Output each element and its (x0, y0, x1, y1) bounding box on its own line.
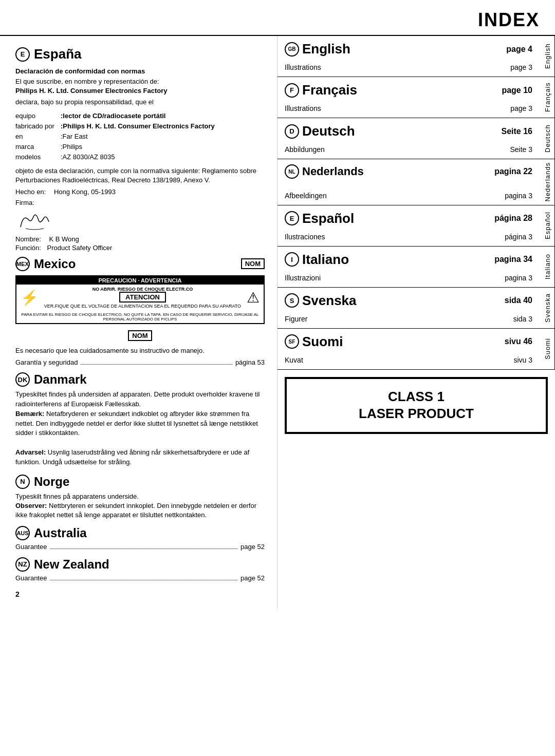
lang-illus: Illustrations (285, 63, 321, 71)
garantia-page: página 53 (235, 358, 265, 366)
nom-center: NOM (128, 330, 152, 341)
page-header: INDEX (0, 0, 555, 36)
lang-illus: Abbildungen (285, 145, 325, 154)
fab-value: :Philips H. K. Ltd. Consumer Electronics… (61, 122, 265, 131)
espana-para1: El que suscribe, en nombre y representac… (15, 77, 265, 96)
dots (81, 364, 232, 365)
australia-badge: AUS (15, 526, 30, 540)
danmark-section: DK Danmark Typeskiltet findes på undersi… (15, 372, 265, 467)
fab-label: fabricado por (15, 122, 57, 131)
lang-name: GB English (285, 41, 350, 57)
espana-title: E España (15, 46, 82, 62)
warning-bottom: PARA EVITAR EL RIESGO DE CHOQUE ELECTRIC… (16, 311, 264, 323)
lang-entry-bottom: Figurer sida 3 (285, 315, 532, 323)
lang-title: Deutsch (302, 123, 355, 139)
lang-entry-content: I Italiano pagina 34 Illustrazioni pagin… (278, 247, 541, 287)
hecho-en: Hecho en: Hong Kong, 05-1993 (15, 188, 265, 196)
lang-badge: S (285, 293, 299, 308)
lang-entry-bottom: Illustrations page 3 (285, 104, 532, 112)
page-number: 2 (15, 590, 265, 598)
lang-illus: Illustrazioni (285, 274, 321, 282)
lang-entry-top: I Italiano pagina 34 (285, 252, 532, 268)
mexico-body: Es necesario que lea cuidadosamente su i… (15, 346, 265, 355)
equipo-value: :lector de CD/radiocasete portátil (61, 111, 265, 121)
nz-guarantee: Guarantee page 52 (15, 574, 265, 583)
warning-header: PRECAUCION · ADVERTENCIA (16, 276, 264, 285)
lang-page: page 10 (502, 86, 532, 95)
lang-entry-english: GB English page 4 Illustrations page 3 E… (278, 36, 555, 77)
lang-title: Svenska (302, 293, 357, 309)
lang-entry-bottom: Illustrations page 3 (285, 63, 532, 71)
atencion-label: ATENCION (119, 292, 166, 303)
lang-entry-content: S Svenska sida 40 Figurer sida 3 (278, 288, 541, 328)
norge-title: N Norge (15, 475, 69, 489)
lang-illus-page: pagina 3 (505, 274, 532, 282)
lang-name: E Español (285, 211, 354, 226)
lang-entry-bottom: Ilustraciones página 3 (285, 233, 532, 241)
lang-sidebar: Français (541, 77, 555, 118)
garantia-label: Garantía y seguridad (15, 358, 78, 366)
warning-line2: VER.FIQUE QUE EL VOLTAGE DE ALIMENTACION… (43, 304, 243, 309)
warning-text-area: NO ABRIR. RIESGO DE CHOQUE ELECTR.CO ATE… (43, 287, 243, 309)
espana-info-table: equipo :lector de CD/radiocasete portáti… (15, 111, 265, 162)
espana-name: España (34, 46, 82, 62)
norge-section: N Norge Typeskilt finnes på apparatens u… (15, 475, 265, 520)
lang-badge: E (285, 211, 299, 225)
lang-entry-bottom: Kuvat sivu 3 (285, 356, 532, 364)
nombre-line: Nombre: K B Wong (15, 235, 265, 243)
lang-illus: Ilustraciones (285, 233, 325, 241)
lang-badge: SF (285, 334, 299, 349)
australia-title: AUS Australia (15, 526, 87, 540)
lang-illus-page: página 3 (505, 233, 532, 241)
lang-badge: NL (285, 164, 299, 179)
lang-entry-svenska: S Svenska sida 40 Figurer sida 3 Svenska (278, 288, 555, 329)
norge-badge: N (15, 475, 30, 489)
garantia-line: Garantía y seguridad página 53 (15, 358, 265, 366)
lang-entry-top: F Français page 10 (285, 82, 532, 98)
lang-entry-content: D Deutsch Seite 16 Abbildungen Seite 3 (278, 118, 541, 159)
lang-entry-top: E Español página 28 (285, 211, 532, 226)
lang-sidebar: Suomi (541, 329, 555, 369)
signature (15, 206, 265, 232)
nz-name: New Zealand (34, 557, 109, 572)
en-label: en (15, 132, 57, 141)
lang-entry-content: NL Nederlands pagina 22 Afbeeldingen pag… (278, 159, 541, 205)
lang-title: English (302, 41, 350, 57)
lang-entry-bottom: Illustrazioni pagina 3 (285, 274, 532, 282)
lang-entry-top: S Svenska sida 40 (285, 293, 532, 309)
lang-name: SF Suomi (285, 334, 343, 350)
lang-entry-deutsch: D Deutsch Seite 16 Abbildungen Seite 3 D… (278, 118, 555, 159)
lang-entry-nederlands: NL Nederlands pagina 22 Afbeeldingen pag… (278, 159, 555, 205)
equipo-label: equipo (15, 111, 57, 121)
lang-page: page 4 (506, 45, 532, 54)
language-entries: GB English page 4 Illustrations page 3 E… (278, 36, 555, 370)
lang-entry-top: SF Suomi sivu 46 (285, 334, 532, 350)
warning-inner: ⚡ NO ABRIR. RIESGO DE CHOQUE ELECTR.CO A… (16, 285, 264, 311)
lang-title: Italiano (302, 252, 349, 268)
newzealand-section: NZ New Zealand Guarantee page 52 (15, 557, 265, 583)
lang-entry-español: E Español página 28 Ilustraciones página… (278, 205, 555, 247)
lang-title: Español (302, 211, 354, 226)
lang-sidebar: Svenska (541, 288, 555, 328)
lang-entry-bottom: Afbeeldingen pagina 3 (285, 192, 532, 200)
lang-page: sida 40 (505, 296, 532, 305)
funcion-line: Función: Product Safety Officer (15, 244, 265, 252)
lang-name: F Français (285, 82, 357, 98)
norge-name: Norge (34, 475, 69, 489)
lang-entry-bottom: Abbildungen Seite 3 (285, 145, 532, 154)
lang-sidebar: Nederlands (541, 159, 555, 205)
danmark-name: Danmark (34, 372, 87, 387)
lang-badge: F (285, 83, 299, 98)
lang-entry-top: GB English page 4 (285, 41, 532, 57)
lang-illus-page: sivu 3 (513, 356, 532, 364)
warning-box: PRECAUCION · ADVERTENCIA ⚡ NO ABRIR. RIE… (15, 275, 265, 324)
lang-badge: GB (285, 42, 299, 56)
lang-badge: I (285, 252, 299, 267)
lang-entry-content: GB English page 4 Illustrations page 3 (278, 36, 541, 77)
lang-illus: Illustrations (285, 104, 321, 112)
lang-name: NL Nederlands (285, 164, 364, 179)
lang-illus-page: page 3 (510, 104, 532, 112)
danmark-badge: DK (15, 372, 30, 387)
right-column: GB English page 4 Illustrations page 3 E… (278, 36, 555, 609)
lang-illus-page: Seite 3 (510, 145, 532, 154)
